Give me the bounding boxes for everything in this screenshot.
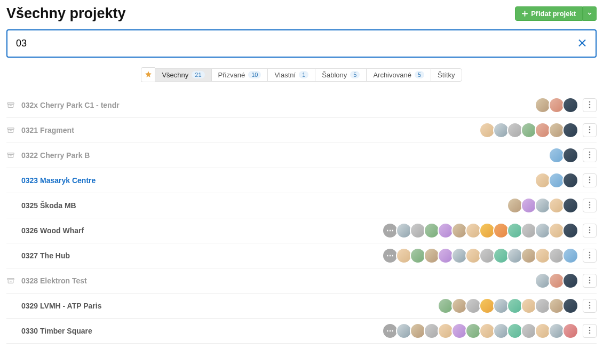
avatar[interactable] bbox=[562, 172, 578, 188]
project-right bbox=[481, 122, 597, 138]
svg-point-33 bbox=[589, 276, 591, 278]
avatar[interactable] bbox=[562, 298, 578, 314]
project-name: 0326 Wood Wharf bbox=[21, 226, 84, 235]
project-left: 0322 Cherry Park B bbox=[6, 151, 90, 160]
avatar-stack bbox=[537, 273, 578, 289]
svg-point-23 bbox=[589, 207, 591, 208]
add-project-label: Přidat projekt bbox=[531, 10, 576, 18]
project-more-menu[interactable] bbox=[583, 123, 597, 137]
star-filter-button[interactable] bbox=[141, 67, 155, 82]
avatar-stack: ⋯ bbox=[384, 323, 578, 339]
caret-down-icon bbox=[588, 12, 592, 16]
project-left: 0325 Škoda MB bbox=[6, 201, 76, 210]
avatar[interactable] bbox=[562, 147, 578, 163]
svg-point-20 bbox=[589, 181, 591, 183]
project-row[interactable]: 0321 Fragment bbox=[6, 118, 597, 143]
project-row[interactable]: 0323 Masaryk Centre bbox=[6, 168, 597, 193]
project-row[interactable]: 0326 Wood Wharf⋯ bbox=[6, 218, 597, 243]
svg-point-37 bbox=[589, 304, 591, 306]
svg-point-28 bbox=[589, 254, 591, 256]
project-row[interactable]: 0330 Timber Square⋯ bbox=[6, 319, 597, 344]
svg-point-26 bbox=[589, 232, 591, 233]
project-row[interactable]: 0325 Škoda MB bbox=[6, 193, 597, 218]
dots-vertical-icon bbox=[589, 176, 591, 185]
project-more-menu[interactable] bbox=[583, 299, 597, 313]
project-more-menu[interactable] bbox=[583, 249, 597, 263]
project-row[interactable]: 0327 The Hub⋯ bbox=[6, 243, 597, 268]
project-more-menu[interactable] bbox=[583, 98, 597, 112]
star-icon bbox=[145, 70, 152, 80]
project-name: 0323 Masaryk Centre bbox=[21, 176, 96, 185]
add-project-dropdown[interactable] bbox=[583, 6, 597, 21]
tab-count-badge: 21 bbox=[192, 71, 204, 78]
avatar[interactable] bbox=[562, 323, 578, 339]
archive-icon bbox=[6, 152, 15, 159]
project-right bbox=[537, 273, 597, 289]
svg-point-24 bbox=[589, 226, 591, 228]
archive-icon bbox=[6, 126, 15, 134]
search-wrap bbox=[6, 29, 597, 58]
svg-point-21 bbox=[589, 201, 591, 203]
project-name: 0325 Škoda MB bbox=[21, 201, 76, 210]
tabs-row: Všechny21Přizvané10Vlastní1Šablony5Archi… bbox=[6, 67, 597, 82]
project-left: 0329 LVMH - ATP Paris bbox=[6, 302, 101, 310]
avatar[interactable] bbox=[562, 197, 578, 213]
project-more-menu[interactable] bbox=[583, 324, 597, 338]
tab-šablony[interactable]: Šablony5 bbox=[315, 68, 366, 82]
dots-vertical-icon bbox=[589, 327, 591, 336]
project-more-menu[interactable] bbox=[583, 199, 597, 212]
project-more-menu[interactable] bbox=[583, 274, 597, 288]
close-icon bbox=[577, 41, 587, 49]
tab-přizvané[interactable]: Přizvané10 bbox=[211, 68, 268, 82]
tab-všechny[interactable]: Všechny21 bbox=[155, 68, 211, 82]
project-row[interactable]: 0329 LVMH - ATP Paris bbox=[6, 294, 597, 319]
project-name: 0328 Elektron Test bbox=[21, 276, 87, 285]
project-right bbox=[509, 197, 597, 213]
project-left: 0330 Timber Square bbox=[6, 327, 92, 335]
dots-vertical-icon bbox=[589, 201, 591, 210]
avatar[interactable] bbox=[562, 248, 578, 264]
project-name: 0330 Timber Square bbox=[21, 327, 92, 335]
tab-archivované[interactable]: Archivované5 bbox=[366, 68, 431, 82]
svg-point-18 bbox=[589, 176, 591, 178]
svg-point-5 bbox=[589, 106, 591, 108]
project-more-menu[interactable] bbox=[583, 148, 597, 162]
project-left: 0323 Masaryk Centre bbox=[6, 176, 96, 185]
avatar[interactable] bbox=[562, 273, 578, 289]
svg-point-38 bbox=[589, 307, 591, 308]
search-input[interactable] bbox=[6, 29, 597, 58]
project-name: 0327 The Hub bbox=[21, 251, 70, 260]
dots-vertical-icon bbox=[589, 126, 591, 135]
project-name: 0329 LVMH - ATP Paris bbox=[21, 302, 101, 310]
avatar-stack bbox=[509, 197, 578, 213]
project-name: 032x Cherry Park C1 - tendr bbox=[21, 101, 120, 109]
project-right: ⋯ bbox=[384, 323, 597, 339]
project-left: 0327 The Hub bbox=[6, 251, 70, 260]
project-row[interactable]: 032x Cherry Park C1 - tendr bbox=[6, 93, 597, 118]
project-left: 0326 Wood Wharf bbox=[6, 226, 84, 235]
svg-point-19 bbox=[589, 179, 591, 180]
project-more-menu[interactable] bbox=[583, 224, 597, 238]
avatar[interactable] bbox=[562, 122, 578, 138]
avatar-stack: ⋯ bbox=[384, 248, 578, 264]
project-row[interactable]: 0322 Cherry Park B bbox=[6, 143, 597, 168]
project-right bbox=[537, 172, 597, 188]
avatar[interactable] bbox=[562, 223, 578, 239]
avatar-stack bbox=[481, 122, 578, 138]
add-project-button[interactable]: Přidat projekt bbox=[515, 6, 583, 21]
clear-search-button[interactable] bbox=[574, 35, 590, 52]
tab-label: Archivované bbox=[373, 71, 411, 79]
project-right: ⋯ bbox=[384, 223, 597, 239]
svg-point-10 bbox=[589, 129, 591, 130]
tab-count-badge: 10 bbox=[248, 71, 261, 78]
tab-label: Přizvané bbox=[218, 71, 245, 79]
tab-vlastní[interactable]: Vlastní1 bbox=[267, 68, 315, 82]
project-row[interactable]: 0328 Elektron Test bbox=[6, 268, 597, 294]
svg-point-35 bbox=[589, 282, 591, 283]
svg-point-39 bbox=[589, 327, 591, 328]
project-more-menu[interactable] bbox=[583, 173, 597, 187]
tab-štítky[interactable]: Štítky bbox=[431, 68, 462, 82]
avatar[interactable] bbox=[562, 97, 578, 113]
archive-icon bbox=[6, 277, 15, 284]
project-left: 0321 Fragment bbox=[6, 126, 74, 134]
